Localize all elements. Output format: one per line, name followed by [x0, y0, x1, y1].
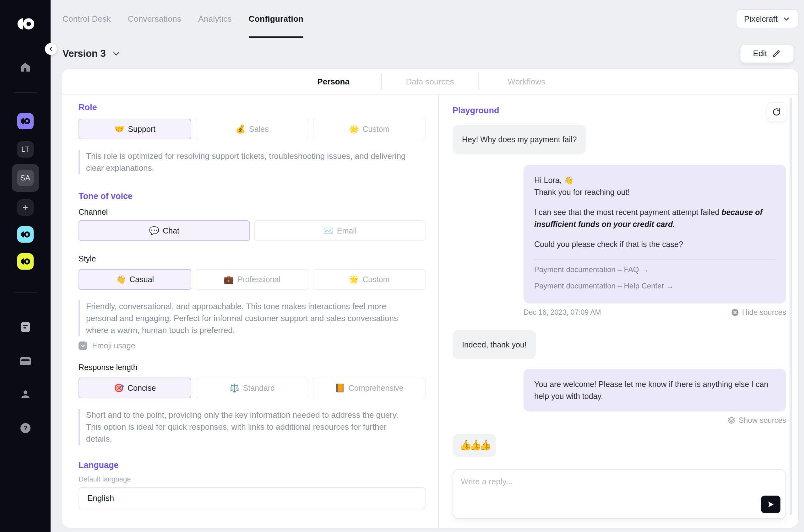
default-language-select[interactable]: English	[78, 487, 425, 509]
person-icon	[20, 390, 31, 400]
notes-button[interactable]	[17, 319, 34, 335]
chat-reaction-thumbs: 👍👍👍	[453, 434, 496, 457]
persona-panel: Role 🤝 Support 💰 Sales 🌟 Custom	[61, 95, 439, 528]
credit-card-icon	[20, 357, 31, 366]
chevron-down-icon	[783, 15, 790, 23]
workspace-tile-cyan[interactable]	[17, 226, 34, 243]
envelope-emoji: ✉️	[323, 227, 333, 235]
sidebar: LT SA +	[0, 0, 51, 532]
show-sources-button[interactable]: Show sources	[727, 416, 786, 425]
version-toolbar: Version 3 Edit	[61, 38, 798, 69]
chat-message-bot: You are welcome! Please let me know if t…	[524, 369, 786, 412]
home-icon	[20, 62, 31, 72]
org-name: Pixelcraft	[744, 14, 778, 24]
role-option-support[interactable]: 🤝 Support	[78, 119, 191, 139]
home-button[interactable]	[17, 59, 34, 75]
nav-item-control-desk[interactable]: Control Desk	[62, 0, 111, 38]
role-description: This role is optimized for resolving sup…	[78, 150, 415, 174]
edit-label: Edit	[753, 49, 767, 58]
reply-input[interactable]	[453, 470, 785, 518]
star-emoji: 🌟	[349, 125, 359, 133]
source-link-help-center[interactable]: Payment documentation – Help Center →	[534, 278, 674, 294]
refresh-icon	[772, 107, 781, 117]
response-option-comprehensive[interactable]: 📙 Comprehensive	[313, 378, 425, 398]
bot-paragraph: I can see that the most recent payment a…	[534, 206, 775, 230]
response-option-standard[interactable]: ⚖️ Standard	[196, 378, 308, 398]
style-label: Style	[78, 254, 425, 263]
emoji-usage-label: Emoji usage	[92, 341, 135, 350]
role-option-custom[interactable]: 🌟 Custom	[313, 119, 425, 139]
waving-hand-emoji: 👋	[116, 275, 126, 283]
reply-composer	[453, 469, 786, 519]
workspace-tile-yellow[interactable]	[17, 253, 34, 270]
workspace-logo-icon	[20, 118, 31, 125]
response-option-concise[interactable]: 🎯 Concise	[78, 378, 191, 398]
notes-icon	[21, 322, 30, 332]
balance-scale-emoji: ⚖️	[229, 384, 239, 392]
role-options: 🤝 Support 💰 Sales 🌟 Custom	[78, 119, 425, 139]
chat-message-user: Hey! Why does my payment fail?	[453, 125, 586, 154]
sidebar-divider-top	[14, 92, 37, 93]
emoji-usage-checkbox[interactable]	[78, 341, 87, 350]
send-icon	[767, 500, 775, 509]
response-length-options: 🎯 Concise ⚖️ Standard 📙 Comprehensive	[78, 378, 425, 398]
workspace-logo-icon	[20, 258, 31, 265]
bot-line: Thank you for reaching out!	[534, 186, 775, 198]
edit-button[interactable]: Edit	[740, 44, 793, 63]
version-label: Version 3	[62, 48, 106, 59]
default-language-value: English	[87, 493, 114, 503]
nav-item-analytics[interactable]: Analytics	[198, 0, 232, 38]
hide-sources-button[interactable]: Hide sources	[731, 308, 786, 317]
profile-button[interactable]	[17, 386, 34, 403]
plus-icon: +	[23, 202, 28, 213]
workspace-tile-purple[interactable]	[17, 113, 34, 129]
language-heading: Language	[78, 460, 425, 470]
org-switcher-button[interactable]: Pixelcraft	[736, 10, 798, 28]
playground-scrollbar[interactable]	[789, 98, 792, 515]
billing-button[interactable]	[17, 353, 34, 369]
brand-logo	[16, 14, 35, 34]
brand-logo-icon	[16, 18, 35, 30]
book-emoji: 📙	[335, 384, 345, 392]
tone-heading: Tone of voice	[78, 191, 425, 201]
style-option-custom[interactable]: 🌟 Custom	[313, 269, 425, 290]
tab-data-sources[interactable]: Data sources	[382, 77, 478, 87]
main-area: Control Desk Conversations Analytics Con…	[51, 0, 804, 532]
tab-workflows[interactable]: Workflows	[479, 77, 574, 87]
workspace-tile-lt[interactable]: LT	[17, 141, 34, 157]
version-selector[interactable]: Version 3	[62, 48, 120, 59]
role-heading: Role	[78, 102, 425, 112]
star-emoji: 🌟	[349, 275, 359, 283]
default-language-label: Default language	[78, 475, 425, 483]
source-link-faq[interactable]: Payment documentation – FAQ →	[534, 262, 648, 278]
check-icon	[80, 343, 86, 348]
chat-message-bot: Hi Lora, 👋 Thank you for reaching out! I…	[524, 165, 786, 304]
layers-icon	[727, 416, 735, 424]
tab-group: Persona Data sources Workflows	[286, 69, 574, 94]
add-workspace-button[interactable]: +	[17, 199, 34, 216]
configuration-card: Persona Data sources Workflows Role 🤝 Su…	[61, 69, 798, 528]
channel-option-email[interactable]: ✉️ Email	[254, 220, 426, 241]
refresh-conversation-button[interactable]	[767, 102, 786, 121]
workspace-tile-sa-selected[interactable]: SA	[12, 164, 39, 192]
role-option-sales[interactable]: 💰 Sales	[196, 119, 308, 139]
sidebar-collapse-button[interactable]	[45, 43, 57, 55]
channel-option-chat[interactable]: 💬 Chat	[78, 220, 250, 241]
send-button[interactable]	[761, 496, 781, 513]
handshake-emoji: 🤝	[114, 125, 124, 133]
bot-greeting: Hi Lora, 👋	[534, 174, 775, 186]
style-option-professional[interactable]: 💼 Professional	[196, 269, 308, 290]
nav-item-conversations[interactable]: Conversations	[128, 0, 181, 38]
playground-panel: Playground Hey! Why does my payment fail…	[439, 95, 798, 528]
help-button[interactable]: ?	[17, 420, 34, 436]
briefcase-emoji: 💼	[224, 275, 234, 283]
show-sources-row: Show sources	[524, 416, 786, 425]
tab-persona[interactable]: Persona	[286, 77, 381, 87]
sidebar-divider-bottom	[14, 292, 37, 292]
nav-item-configuration[interactable]: Configuration	[249, 0, 304, 38]
style-option-casual[interactable]: 👋 Casual	[78, 269, 191, 290]
card-body: Role 🤝 Support 💰 Sales 🌟 Custom	[61, 95, 798, 528]
app-root: LT SA +	[0, 0, 804, 532]
response-length-label: Response length	[78, 363, 425, 372]
message-meta-row: Dec 16, 2023, 07:09 AM Hide sources	[524, 308, 786, 317]
